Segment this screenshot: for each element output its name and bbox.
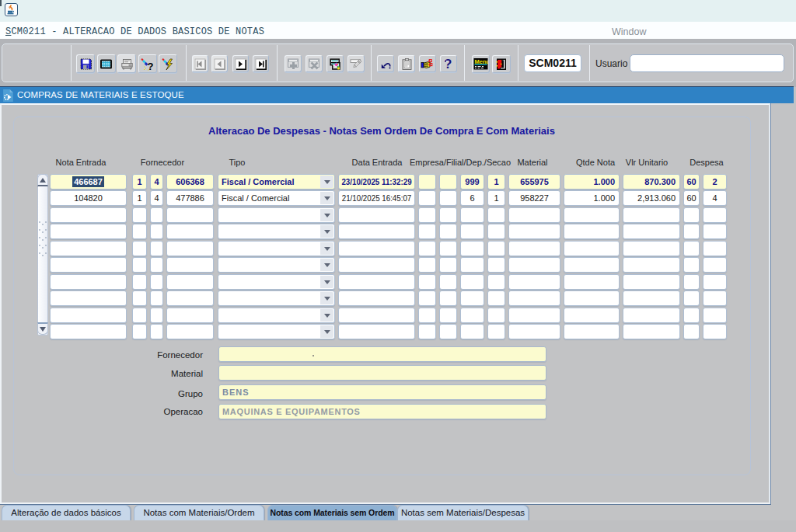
svg-text:?: ?	[444, 57, 452, 71]
svg-text:Menu: Menu	[475, 57, 489, 64]
svg-text:?: ?	[148, 60, 154, 71]
